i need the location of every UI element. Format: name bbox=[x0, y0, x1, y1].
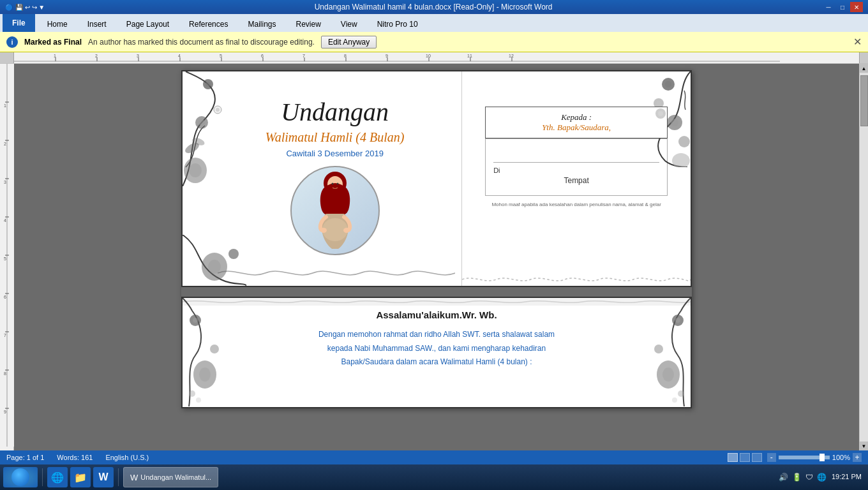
tray-icons: 🔊 🔋 🛡 🌐 bbox=[779, 473, 827, 482]
zoom-control[interactable]: - 100% + bbox=[767, 453, 862, 462]
minimize-button[interactable]: ─ bbox=[822, 2, 835, 12]
svg-text:6: 6 bbox=[4, 295, 6, 299]
right-scrollbar[interactable]: ▲ ▼ bbox=[859, 64, 868, 450]
svg-point-71 bbox=[672, 153, 690, 167]
marked-final-label: Marked as Final bbox=[24, 38, 82, 47]
svg-point-47 bbox=[198, 119, 205, 126]
body-line-1: Dengan memohon rahmat dan ridho Allah SW… bbox=[214, 328, 659, 342]
edit-anyway-button[interactable]: Edit Anyway bbox=[321, 36, 377, 48]
ruler-marks: 1 2 3 4 5 6 7 8 9 10 11 12 bbox=[14, 52, 859, 63]
titlebar: 🔵 💾 ↩ ↪ ▼ Undangan Walimatul hamil 4 bul… bbox=[0, 0, 868, 14]
scroll-down-button[interactable]: ▼ bbox=[860, 442, 869, 450]
svg-point-70 bbox=[678, 136, 690, 147]
clock-time: 19:21 PM bbox=[832, 472, 862, 482]
input-tray-icon: 🌐 bbox=[817, 473, 827, 482]
content-area: 1 2 3 4 5 6 7 8 9 bbox=[0, 64, 868, 450]
svg-text:6: 6 bbox=[261, 54, 264, 58]
invite-date: Cawitali 3 Desember 2019 bbox=[286, 149, 383, 158]
svg-text:4: 4 bbox=[4, 218, 6, 223]
taskbar: 🌐 📁 W W Undangan Walimatul... 🔊 🔋 🛡 🌐 19… bbox=[0, 464, 868, 490]
di-label: Di bbox=[493, 167, 659, 174]
tab-page-layout[interactable]: Page Layout bbox=[117, 17, 179, 32]
scroll-up-button[interactable]: ▲ bbox=[860, 64, 869, 73]
svg-point-67 bbox=[671, 119, 678, 126]
scroll-thumb[interactable] bbox=[860, 75, 868, 126]
zoom-out-button[interactable]: - bbox=[767, 453, 776, 462]
svg-point-63 bbox=[336, 183, 338, 185]
page-lower: Assalamu'alaikum.Wr. Wb. Dengan memohon … bbox=[181, 297, 692, 408]
start-button[interactable] bbox=[3, 467, 38, 487]
svg-text:8: 8 bbox=[4, 371, 6, 376]
kepada-label: Kepada : bbox=[493, 112, 659, 122]
ruler-left-margin bbox=[0, 52, 14, 63]
kepada-flower-icon bbox=[651, 104, 670, 123]
volume-tray-icon: 🔋 bbox=[792, 473, 802, 482]
lang-status: English (U.S.) bbox=[105, 454, 149, 461]
taskbar-divider bbox=[42, 468, 43, 486]
taskbar-ie-button[interactable]: 🌐 bbox=[47, 467, 68, 487]
tab-nitro[interactable]: Nitro Pro 10 bbox=[368, 17, 428, 32]
folder-icon: 📁 bbox=[74, 471, 87, 484]
svg-text:2: 2 bbox=[95, 54, 98, 58]
svg-text:7: 7 bbox=[303, 54, 305, 58]
system-clock: 19:21 PM bbox=[832, 472, 862, 482]
woman-illustration bbox=[290, 166, 380, 255]
print-view-button[interactable] bbox=[728, 453, 738, 462]
svg-text:1: 1 bbox=[4, 103, 6, 108]
svg-point-56 bbox=[228, 249, 239, 259]
taskbar-word-launch-button[interactable]: W bbox=[93, 467, 114, 487]
tab-view[interactable]: View bbox=[331, 17, 367, 32]
invite-title: Undangan bbox=[281, 97, 389, 127]
svg-text:11: 11 bbox=[467, 54, 472, 58]
svg-point-61 bbox=[343, 228, 350, 233]
zoom-in-button[interactable]: + bbox=[853, 453, 862, 462]
page-gap bbox=[181, 287, 692, 297]
svg-text:3: 3 bbox=[137, 54, 139, 58]
view-buttons[interactable] bbox=[728, 453, 762, 462]
full-reading-button[interactable] bbox=[740, 453, 750, 462]
taskbar-folder-button[interactable]: 📁 bbox=[70, 467, 91, 487]
bottom-vine bbox=[218, 264, 455, 283]
tab-insert[interactable]: Insert bbox=[78, 17, 116, 32]
taskbar-doc-button[interactable]: W Undangan Walimatul... bbox=[123, 467, 218, 487]
page-upper: Undangan Walimatul Hamli (4 Bulan) Cawit… bbox=[181, 70, 692, 408]
svg-text:1: 1 bbox=[54, 54, 56, 58]
svg-text:12: 12 bbox=[509, 54, 514, 58]
maximize-button[interactable]: □ bbox=[836, 2, 849, 12]
svg-point-49 bbox=[189, 163, 202, 177]
words-status: Words: 161 bbox=[57, 454, 93, 461]
close-button[interactable]: ✕ bbox=[850, 2, 863, 12]
quick-access: 💾 ↩ ↪ ▼ bbox=[15, 4, 45, 11]
svg-text:3: 3 bbox=[4, 180, 6, 184]
tab-references[interactable]: References bbox=[179, 17, 237, 32]
system-tray: 🔊 🔋 🛡 🌐 19:21 PM bbox=[779, 472, 865, 482]
svg-point-76 bbox=[193, 318, 198, 323]
apology-text: Mohon maaf apabila ada kesalahan dalam p… bbox=[485, 202, 668, 207]
web-layout-button[interactable] bbox=[752, 453, 762, 462]
assalamu-text: Assalamu'alaikum.Wr. Wb. bbox=[214, 309, 659, 320]
ruler: 1 2 3 4 5 6 7 8 9 10 11 12 bbox=[0, 52, 868, 64]
svg-text:10: 10 bbox=[426, 54, 431, 58]
notification-close-button[interactable]: ✕ bbox=[853, 36, 862, 48]
svg-text:7: 7 bbox=[4, 333, 6, 338]
tab-review[interactable]: Review bbox=[286, 17, 330, 32]
network-tray-icon: 🔊 bbox=[779, 473, 788, 482]
titlebar-controls[interactable]: ─ □ ✕ bbox=[822, 2, 863, 12]
tab-home[interactable]: Home bbox=[38, 17, 77, 32]
svg-text:8: 8 bbox=[344, 54, 347, 58]
tab-mailings[interactable]: Mailings bbox=[238, 17, 285, 32]
notification-text: An author has marked this document as fi… bbox=[88, 38, 315, 47]
svg-point-45 bbox=[206, 82, 211, 87]
svg-point-78 bbox=[199, 368, 211, 382]
bottom-dots bbox=[462, 273, 691, 286]
start-orb bbox=[11, 468, 29, 486]
ribbon-tabs: File Home Insert Page Layout References … bbox=[0, 14, 868, 32]
status-right: - 100% + bbox=[728, 453, 862, 462]
svg-text:5: 5 bbox=[220, 54, 222, 58]
tempat-label: Tempat bbox=[493, 176, 659, 185]
body-line-3: Bapak/Saudara dalam acara Walimatul Haml… bbox=[214, 355, 659, 369]
invite-subtitle: Walimatul Hamli (4 Bulan) bbox=[266, 130, 405, 145]
zoom-slider[interactable] bbox=[779, 456, 830, 459]
tab-file[interactable]: File bbox=[3, 14, 35, 32]
svg-point-85 bbox=[662, 368, 674, 382]
